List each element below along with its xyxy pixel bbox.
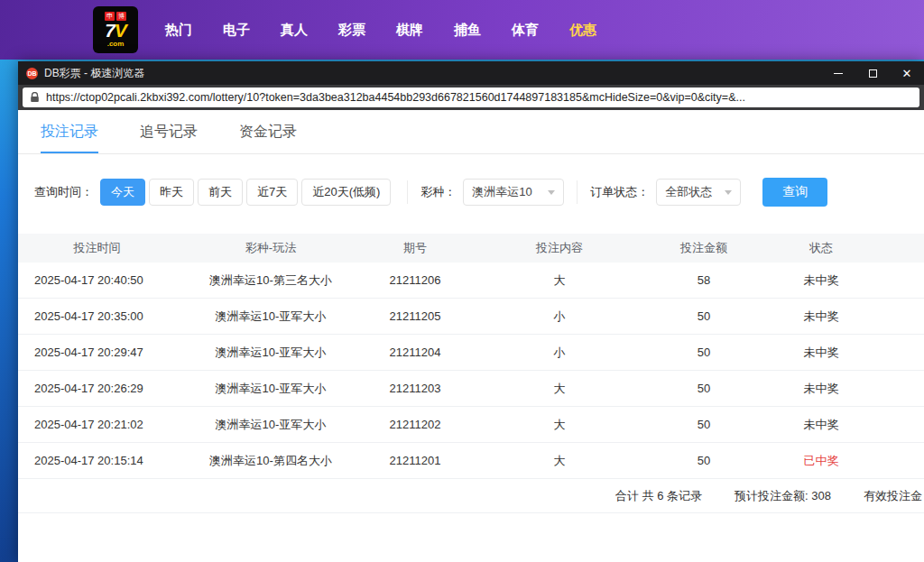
table-row: 2025-04-17 20:15:14 澳洲幸运10-第四名大小 2121120… [18, 443, 924, 479]
cell-amount: 50 [654, 418, 753, 431]
table-header-row: 投注时间 彩种-玩法 期号 投注内容 投注金额 状态 [18, 234, 924, 263]
status-badge: 未中奖 [753, 381, 889, 397]
url-input[interactable]: https://ctop02pcali.2kbxi392.com/lottery… [23, 88, 919, 107]
chevron-down-icon [725, 190, 732, 195]
bet-records-table: 投注时间 彩种-玩法 期号 投注内容 投注金额 状态 2025-04-17 20… [18, 234, 924, 513]
nav-item-sports[interactable]: 体育 [512, 22, 539, 39]
cell-time: 2025-04-17 20:29:47 [18, 345, 176, 359]
nav-item-hot[interactable]: 热门 [165, 22, 192, 39]
minimize-icon [834, 73, 843, 74]
table-row: 2025-04-17 20:35:00 澳洲幸运10-亚军大小 21211205… [18, 299, 924, 335]
search-button[interactable]: 查询 [762, 178, 827, 207]
status-badge: 已中奖 [753, 453, 889, 469]
time-filter-20days[interactable]: 近20天(低频) [301, 179, 391, 206]
col-header-status: 状态 [753, 240, 889, 256]
filter-divider [407, 180, 408, 204]
cell-issue: 21211203 [365, 382, 465, 395]
nav-item-live[interactable]: 真人 [281, 22, 308, 39]
top-navbar: 申 博 7V .com 热门 电子 真人 彩票 棋牌 捕鱼 体育 优惠 [0, 0, 924, 60]
cell-game: 澳洲幸运10-亚军大小 [176, 309, 365, 325]
cell-time: 2025-04-17 20:26:29 [18, 382, 176, 395]
tab-fund-records[interactable]: 资金记录 [239, 123, 297, 153]
cell-issue: 21211204 [365, 345, 465, 359]
minimize-button[interactable] [821, 61, 855, 85]
cell-content: 大 [465, 272, 654, 289]
table-row: 2025-04-17 20:29:47 澳洲幸运10-亚军大小 21211204… [18, 335, 924, 371]
lottery-select[interactable]: 澳洲幸运10 [463, 179, 564, 206]
time-filter-7days[interactable]: 近7天 [246, 179, 298, 206]
cell-game: 澳洲幸运10-亚军大小 [176, 345, 365, 361]
nav-item-fishing[interactable]: 捕鱼 [454, 22, 481, 39]
url-text: https://ctop02pcali.2kbxi392.com/lottery… [46, 91, 745, 104]
table-row: 2025-04-17 20:40:50 澳洲幸运10-第三名大小 2121120… [18, 263, 924, 299]
lock-icon [30, 92, 40, 103]
browser-window: DB DB彩票 - 极速浏览器 ✕ https://ctop02pcali.2k… [18, 61, 924, 562]
summary-expected-amount: 预计投注金额: 308 [735, 488, 831, 504]
cell-content: 大 [465, 417, 654, 433]
window-titlebar: DB DB彩票 - 极速浏览器 ✕ [18, 61, 924, 85]
order-status-value: 全部状态 [665, 184, 712, 200]
logo-domain: .com [107, 40, 125, 48]
tab-chase-records[interactable]: 追号记录 [140, 123, 198, 153]
col-header-content: 投注内容 [465, 240, 654, 256]
tab-bet-records[interactable]: 投注记录 [41, 123, 98, 153]
chevron-down-icon [548, 190, 555, 195]
filter-bar: 查询时间： 今天 昨天 前天 近7天 近20天(低频) 彩种： 澳洲幸运10 订… [18, 178, 924, 207]
table-summary: 合计 共 6 条记录 预计投注金额: 308 有效投注金 [18, 479, 924, 513]
cell-issue: 21211206 [365, 273, 465, 287]
cell-issue: 21211205 [365, 309, 465, 323]
summary-total: 合计 共 6 条记录 [615, 488, 702, 504]
nav-item-lottery[interactable]: 彩票 [338, 22, 365, 39]
cell-amount: 58 [654, 273, 753, 287]
maximize-button[interactable] [855, 61, 890, 85]
col-header-issue: 期号 [365, 240, 465, 256]
logo-wordmark: 7V [105, 21, 126, 40]
cell-amount: 50 [654, 309, 753, 323]
order-status-select[interactable]: 全部状态 [656, 179, 741, 206]
cell-content: 大 [465, 453, 654, 469]
cell-time: 2025-04-17 20:21:02 [18, 418, 176, 431]
cell-game: 澳洲幸运10-第三名大小 [176, 272, 365, 289]
main-nav: 热门 电子 真人 彩票 棋牌 捕鱼 体育 优惠 [165, 22, 596, 39]
summary-valid-amount: 有效投注金 [864, 488, 922, 504]
browser-favicon: DB [26, 68, 38, 79]
address-bar: https://ctop02pcali.2kbxi392.com/lottery… [18, 85, 924, 110]
cell-amount: 50 [654, 382, 753, 395]
col-header-game: 彩种-玩法 [176, 240, 365, 256]
maximize-icon [869, 69, 877, 78]
status-badge: 未中奖 [753, 272, 889, 289]
time-filter-daybefore[interactable]: 前天 [198, 179, 243, 206]
status-badge: 未中奖 [753, 309, 889, 325]
status-filter-label: 订单状态： [590, 184, 649, 200]
cell-game: 澳洲幸运10-亚军大小 [176, 417, 365, 433]
site-logo[interactable]: 申 博 7V .com [93, 6, 138, 53]
col-header-amount: 投注金额 [654, 240, 753, 256]
nav-item-chess[interactable]: 棋牌 [396, 22, 423, 39]
cell-amount: 50 [654, 345, 753, 359]
filter-divider [577, 180, 578, 204]
cell-content: 小 [465, 309, 654, 325]
cell-issue: 21211201 [365, 454, 465, 467]
table-row: 2025-04-17 20:26:29 澳洲幸运10-亚军大小 21211203… [18, 371, 924, 407]
time-filter-today[interactable]: 今天 [100, 179, 145, 206]
time-filter-yesterday[interactable]: 昨天 [149, 179, 194, 206]
cell-amount: 50 [654, 454, 753, 467]
window-controls: ✕ [821, 61, 924, 85]
lottery-select-value: 澳洲幸运10 [472, 184, 531, 200]
nav-item-promo[interactable]: 优惠 [569, 22, 596, 39]
cell-time: 2025-04-17 20:35:00 [18, 309, 176, 323]
close-button[interactable]: ✕ [890, 61, 924, 85]
page-content: 投注记录 追号记录 资金记录 查询时间： 今天 昨天 前天 近7天 近20天(低… [18, 110, 924, 562]
cell-content: 大 [465, 381, 654, 397]
nav-item-electronic[interactable]: 电子 [223, 22, 250, 39]
cell-game: 澳洲幸运10-亚军大小 [176, 381, 365, 397]
col-header-time: 投注时间 [18, 240, 176, 256]
close-icon: ✕ [902, 68, 912, 79]
status-badge: 未中奖 [753, 417, 889, 433]
table-row: 2025-04-17 20:21:02 澳洲幸运10-亚军大小 21211202… [18, 407, 924, 443]
cell-game: 澳洲幸运10-第四名大小 [176, 453, 365, 469]
time-filter-label: 查询时间： [34, 184, 93, 200]
status-badge: 未中奖 [753, 345, 889, 361]
cell-time: 2025-04-17 20:40:50 [18, 273, 176, 287]
window-title: DB彩票 - 极速浏览器 [44, 66, 144, 81]
